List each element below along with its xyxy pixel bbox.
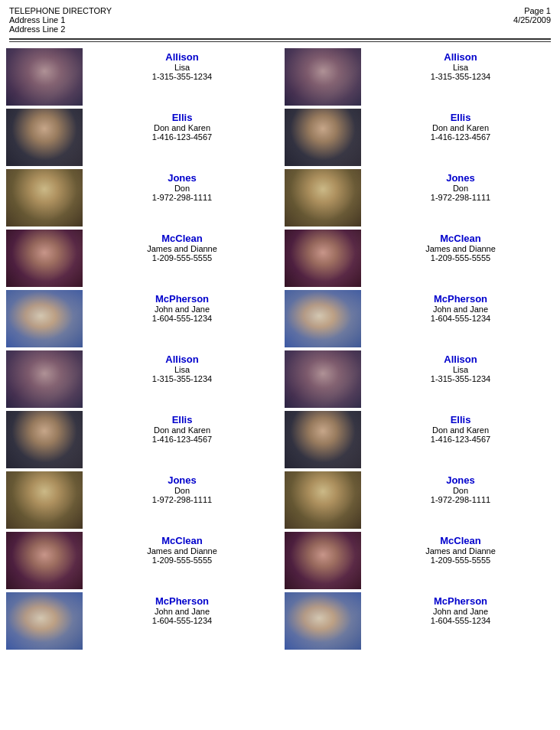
- contact-subname: Don: [367, 184, 554, 193]
- list-item: AllisonLisa1-315-355-1234: [285, 48, 554, 106]
- contact-info: JonesDon1-972-298-1111: [361, 471, 554, 504]
- contact-name: McClean: [367, 535, 554, 546]
- contact-name: McClean: [89, 535, 275, 546]
- list-item: McPhersonJohn and Jane1-604-555-1234: [6, 592, 275, 650]
- contact-info: EllisDon and Karen1-416-123-4567: [83, 411, 275, 444]
- contact-name: Allison: [89, 51, 275, 63]
- contact-phone: 1-604-555-1234: [367, 616, 554, 625]
- top-divider: [9, 38, 551, 40]
- contact-phone: 1-416-123-4567: [89, 435, 275, 444]
- contact-name: Allison: [367, 354, 554, 365]
- contact-name: McPherson: [89, 595, 275, 607]
- header-right: Page 1 4/25/2009: [513, 6, 551, 24]
- contact-phone: 1-315-355-1234: [367, 72, 554, 81]
- contact-subname: Don and Karen: [89, 123, 275, 132]
- contact-info: AllisonLisa1-315-355-1234: [83, 48, 275, 81]
- list-item: McPhersonJohn and Jane1-604-555-1234: [285, 290, 554, 347]
- contact-phone: 1-972-298-1111: [89, 495, 275, 504]
- list-item: McCleanJames and Dianne1-209-555-5555: [285, 230, 554, 287]
- contact-phone: 1-209-555-5555: [367, 556, 554, 565]
- columns-row: AllisonLisa1-315-355-1234EllisDon and Ka…: [6, 48, 554, 653]
- list-item: McCleanJames and Dianne1-209-555-5555: [6, 532, 275, 589]
- divider-section: [0, 34, 560, 45]
- contact-subname: Don: [89, 486, 275, 495]
- contact-subname: Don and Karen: [367, 425, 554, 435]
- list-item: McPhersonJohn and Jane1-604-555-1234: [285, 592, 554, 650]
- contact-phone: 1-315-355-1234: [89, 374, 275, 383]
- contact-info: McPhersonJohn and Jane1-604-555-1234: [361, 290, 554, 323]
- contact-subname: Lisa: [367, 365, 554, 374]
- bottom-divider: [9, 41, 551, 42]
- contact-photo: [6, 290, 83, 347]
- contact-phone: 1-972-298-1111: [367, 495, 554, 504]
- contact-subname: John and Jane: [89, 607, 275, 616]
- contact-info: JonesDon1-972-298-1111: [83, 169, 275, 202]
- column-left: AllisonLisa1-315-355-1234EllisDon and Ka…: [6, 48, 275, 653]
- contact-info: McPhersonJohn and Jane1-604-555-1234: [361, 592, 554, 625]
- list-item: McPhersonJohn and Jane1-604-555-1234: [6, 290, 275, 347]
- list-item: JonesDon1-972-298-1111: [285, 169, 554, 226]
- contact-phone: 1-604-555-1234: [89, 616, 275, 625]
- contact-info: AllisonLisa1-315-355-1234: [361, 48, 554, 81]
- column-right: AllisonLisa1-315-355-1234EllisDon and Ka…: [285, 48, 554, 653]
- contact-photo: [6, 169, 83, 226]
- page-number: Page 1: [513, 6, 551, 15]
- contact-name: McPherson: [89, 293, 275, 305]
- contact-info: McPhersonJohn and Jane1-604-555-1234: [83, 592, 275, 625]
- contact-photo: [285, 109, 361, 166]
- contact-name: McPherson: [367, 293, 554, 305]
- contact-phone: 1-604-555-1234: [367, 314, 554, 323]
- contact-photo: [6, 350, 83, 408]
- contact-subname: James and Dianne: [89, 546, 275, 556]
- contact-info: McCleanJames and Dianne1-209-555-5555: [83, 230, 275, 262]
- contact-photo: [285, 169, 361, 226]
- contact-info: AllisonLisa1-315-355-1234: [83, 350, 275, 383]
- header-left: TELEPHONE DIRECTORY Address Line 1 Addre…: [9, 6, 112, 34]
- contact-subname: Don: [89, 184, 275, 193]
- contact-photo: [285, 350, 361, 408]
- contact-name: Jones: [89, 172, 275, 184]
- contact-photo: [285, 532, 361, 589]
- list-item: AllisonLisa1-315-355-1234: [285, 350, 554, 408]
- contact-subname: James and Dianne: [89, 244, 275, 253]
- contact-phone: 1-209-555-5555: [367, 253, 554, 262]
- contact-subname: John and Jane: [367, 305, 554, 314]
- contact-phone: 1-209-555-5555: [89, 556, 275, 565]
- list-item: EllisDon and Karen1-416-123-4567: [6, 411, 275, 468]
- contact-info: AllisonLisa1-315-355-1234: [361, 350, 554, 383]
- contact-photo: [285, 230, 361, 287]
- list-item: EllisDon and Karen1-416-123-4567: [285, 109, 554, 166]
- list-item: AllisonLisa1-315-355-1234: [6, 48, 275, 106]
- contact-photo: [6, 411, 83, 468]
- contact-name: Ellis: [367, 112, 554, 123]
- header-date: 4/25/2009: [513, 15, 551, 24]
- contact-subname: James and Dianne: [367, 244, 554, 253]
- contact-info: JonesDon1-972-298-1111: [83, 471, 275, 504]
- list-item: JonesDon1-972-298-1111: [6, 471, 275, 529]
- contact-name: Jones: [367, 172, 554, 184]
- main-content: AllisonLisa1-315-355-1234EllisDon and Ka…: [0, 45, 560, 656]
- list-item: JonesDon1-972-298-1111: [6, 169, 275, 226]
- contact-photo: [285, 592, 361, 650]
- contact-info: McCleanJames and Dianne1-209-555-5555: [83, 532, 275, 565]
- contact-phone: 1-315-355-1234: [89, 72, 275, 81]
- contact-name: Ellis: [89, 414, 275, 425]
- contact-subname: Don: [367, 486, 554, 495]
- contact-phone: 1-972-298-1111: [89, 193, 275, 202]
- contact-name: Ellis: [89, 112, 275, 123]
- address-line1: Address Line 1: [9, 15, 112, 24]
- contact-photo: [285, 471, 361, 529]
- column-separator: [275, 48, 285, 653]
- contact-name: McPherson: [367, 595, 554, 607]
- contact-name: Allison: [89, 354, 275, 365]
- contact-photo: [285, 290, 361, 347]
- contact-phone: 1-604-555-1234: [89, 314, 275, 323]
- contact-subname: John and Jane: [367, 607, 554, 616]
- contact-subname: Lisa: [367, 63, 554, 72]
- contact-phone: 1-416-123-4567: [367, 435, 554, 444]
- contact-name: Allison: [367, 51, 554, 63]
- contact-info: McCleanJames and Dianne1-209-555-5555: [361, 532, 554, 565]
- contact-name: McClean: [367, 233, 554, 244]
- contact-photo: [6, 109, 83, 166]
- contact-photo: [6, 48, 83, 106]
